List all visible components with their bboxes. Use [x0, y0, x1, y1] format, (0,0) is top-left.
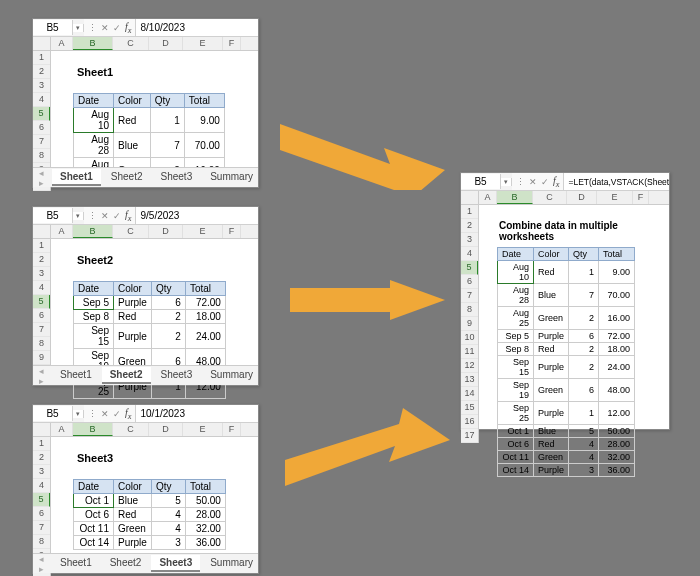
table-row[interactable]: Oct 14Purple336.00 — [74, 536, 226, 550]
table-row[interactable]: Oct 11Green432.00 — [498, 451, 635, 464]
col-header-B[interactable]: B — [73, 423, 113, 436]
tab-sheet3[interactable]: Sheet3 — [151, 555, 200, 572]
formula-input[interactable]: 8/10/2023 — [136, 19, 258, 36]
formula-input[interactable]: 9/5/2023 — [136, 207, 258, 224]
row-header[interactable]: 5 — [33, 295, 50, 309]
row-header[interactable]: 4 — [461, 247, 478, 261]
row-header[interactable]: 8 — [33, 337, 50, 351]
th-color[interactable]: Color — [114, 480, 152, 494]
th-qty[interactable]: Qty — [150, 94, 184, 108]
th-qty[interactable]: Qty — [569, 248, 599, 261]
tab-sheet3[interactable]: Sheet3 — [153, 367, 201, 384]
row-header[interactable]: 7 — [33, 135, 50, 149]
table-row[interactable]: Aug 28Blue770.00 — [74, 133, 225, 158]
row-header[interactable]: 7 — [461, 289, 478, 303]
tab-sheet3[interactable]: Sheet3 — [153, 169, 201, 186]
col-header-C[interactable]: C — [113, 225, 149, 238]
row-header[interactable]: 3 — [461, 233, 478, 247]
confirm-icon[interactable]: ✓ — [539, 177, 551, 187]
col-header-E[interactable]: E — [183, 423, 223, 436]
row-header[interactable]: 16 — [461, 415, 478, 429]
table-row[interactable]: Oct 1Blue550.00 — [498, 425, 635, 438]
fx-icon[interactable]: fx — [123, 209, 133, 223]
tab-summary[interactable]: Summary — [202, 555, 261, 572]
row-header[interactable]: 6 — [33, 309, 50, 323]
cancel-icon[interactable]: ✕ — [99, 409, 111, 419]
table-row[interactable]: Oct 6Red428.00 — [498, 438, 635, 451]
row-header[interactable]: 7 — [33, 521, 50, 535]
tab-summary[interactable]: Summary — [202, 367, 261, 384]
tab-sheet1[interactable]: Sheet1 — [52, 367, 100, 384]
tab-nav-icon[interactable]: ◂ ▸ — [39, 366, 44, 386]
row-header[interactable]: 3 — [33, 267, 50, 281]
col-header-B[interactable]: B — [73, 225, 113, 238]
row-header[interactable]: 2 — [461, 219, 478, 233]
name-box[interactable]: B5 — [33, 406, 73, 421]
row-header[interactable]: 11 — [461, 345, 478, 359]
fx-icon[interactable]: fx — [123, 407, 133, 421]
col-header-D[interactable]: D — [149, 423, 183, 436]
col-header-A[interactable]: A — [51, 423, 73, 436]
table-row[interactable]: Sep 15Purple224.00 — [74, 324, 226, 349]
row-header[interactable]: 1 — [461, 205, 478, 219]
tab-sheet2[interactable]: Sheet2 — [102, 367, 151, 384]
namebox-dropdown-icon[interactable]: ▾ — [73, 212, 84, 220]
th-date[interactable]: Date — [498, 248, 534, 261]
table-row[interactable]: Sep 5Purple672.00 — [74, 296, 226, 310]
row-header[interactable]: 7 — [33, 323, 50, 337]
col-header-C[interactable]: C — [113, 423, 149, 436]
table-row[interactable]: Oct 14Purple336.00 — [498, 464, 635, 477]
row-header[interactable]: 17 — [461, 429, 478, 443]
tab-sheet1[interactable]: Sheet1 — [52, 169, 101, 186]
fx-icon[interactable]: fx — [551, 175, 561, 189]
table-row[interactable]: Sep 19Green648.00 — [498, 379, 635, 402]
th-color[interactable]: Color — [114, 94, 151, 108]
formula-input[interactable]: 10/1/2023 — [136, 405, 258, 422]
cancel-icon[interactable]: ✕ — [527, 177, 539, 187]
row-header[interactable]: 8 — [461, 303, 478, 317]
cancel-icon[interactable]: ✕ — [99, 211, 111, 221]
row-header[interactable]: 6 — [33, 507, 50, 521]
table-row[interactable]: Aug 10Red19.00 — [74, 108, 225, 133]
formula-input[interactable]: =LET(data,VSTACK(Sheet1:Shee — [564, 173, 669, 190]
tab-sheet1[interactable]: Sheet1 — [52, 555, 100, 572]
col-header-F[interactable]: F — [633, 191, 649, 204]
table-row[interactable]: Aug 10Red19.00 — [498, 261, 635, 284]
table-row[interactable]: Aug 25Green216.00 — [498, 307, 635, 330]
th-color[interactable]: Color — [114, 282, 152, 296]
table-row[interactable]: Oct 1Blue550.00 — [74, 494, 226, 508]
name-box[interactable]: B5 — [33, 20, 73, 35]
col-header-B[interactable]: B — [73, 37, 113, 50]
row-header[interactable]: 14 — [461, 387, 478, 401]
tab-nav-icon[interactable]: ◂ ▸ — [39, 168, 44, 188]
namebox-dropdown-icon[interactable]: ▾ — [501, 178, 512, 186]
row-header[interactable]: 10 — [461, 331, 478, 345]
col-header-F[interactable]: F — [223, 37, 241, 50]
row-header[interactable]: 4 — [33, 281, 50, 295]
row-header[interactable]: 5 — [461, 261, 478, 275]
row-header[interactable]: 4 — [33, 479, 50, 493]
col-header-B[interactable]: B — [497, 191, 533, 204]
confirm-icon[interactable]: ✓ — [111, 211, 123, 221]
th-date[interactable]: Date — [74, 94, 114, 108]
tab-sheet2[interactable]: Sheet2 — [103, 169, 151, 186]
row-header[interactable]: 8 — [33, 149, 50, 163]
tab-sheet2[interactable]: Sheet2 — [102, 555, 150, 572]
table-row[interactable]: Sep 5Purple672.00 — [498, 330, 635, 343]
table-row[interactable]: Oct 11Green432.00 — [74, 522, 226, 536]
namebox-dropdown-icon[interactable]: ▾ — [73, 410, 84, 418]
col-header-C[interactable]: C — [533, 191, 567, 204]
row-header[interactable]: 9 — [461, 317, 478, 331]
th-total[interactable]: Total — [599, 248, 635, 261]
data-table[interactable]: Date Color Qty Total Oct 1Blue550.00 Oct… — [73, 479, 226, 550]
th-total[interactable]: Total — [185, 480, 225, 494]
col-header-C[interactable]: C — [113, 37, 149, 50]
th-date[interactable]: Date — [74, 282, 114, 296]
row-header[interactable]: 3 — [33, 465, 50, 479]
row-header[interactable]: 15 — [461, 401, 478, 415]
table-row[interactable]: Aug 28Blue770.00 — [498, 284, 635, 307]
col-header-E[interactable]: E — [183, 225, 223, 238]
th-qty[interactable]: Qty — [151, 282, 185, 296]
th-total[interactable]: Total — [185, 282, 225, 296]
row-header[interactable]: 4 — [33, 93, 50, 107]
